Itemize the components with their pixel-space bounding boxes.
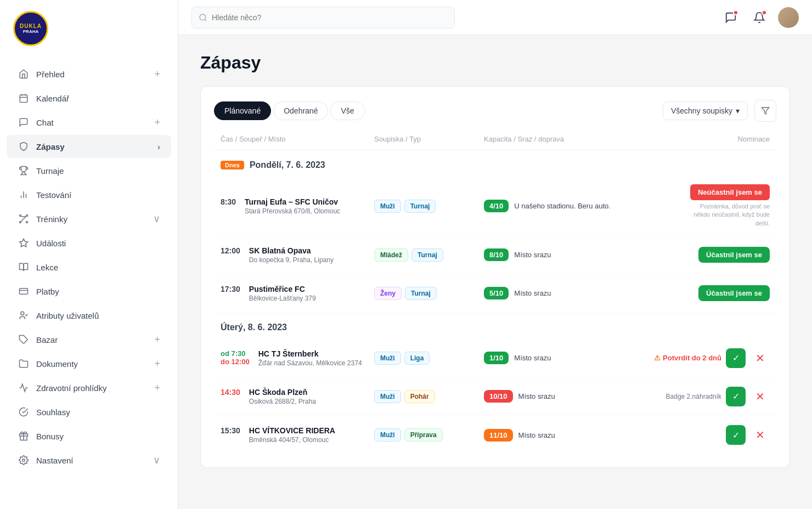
- filter-button[interactable]: [754, 100, 776, 122]
- table-row: 17:30 Pustiměřice FC Bělkovice-Lašťany 3…: [214, 274, 776, 313]
- sidebar-item-zapasy[interactable]: Zápasy ›: [7, 135, 171, 158]
- sidebar-item-label: Nastavení: [36, 456, 153, 465]
- tab-planovane[interactable]: Plánované: [214, 101, 271, 120]
- sidebar-item-testovani[interactable]: Testování: [7, 183, 171, 206]
- confirm-warning: ⚠ Potvrdit do 2 dnů: [654, 354, 721, 362]
- match-location: Osiková 2688/2, Praha: [249, 398, 316, 405]
- sidebar-item-label: Bonusy: [36, 432, 160, 441]
- sidebar-item-label: Zápasy: [36, 142, 157, 151]
- trophy-icon: [18, 165, 30, 177]
- ucasnil-button[interactable]: Účastnil jsem se: [698, 247, 770, 263]
- sidebar-item-label: Zdravotní prohlídky: [36, 383, 154, 393]
- add-icon[interactable]: +: [154, 117, 160, 128]
- sidebar-item-label: Bazar: [36, 335, 154, 344]
- nomination-col: Neúčastnil jsem se Poznámka, důvod proč …: [638, 184, 770, 228]
- confirm-no-button[interactable]: ✕: [750, 425, 770, 445]
- day-label-0: Pondělí, 7. 6. 2023: [250, 160, 325, 170]
- match-time-info: 8:30 Turnaj Eufa – SFC Uničov Stará Přer…: [221, 197, 374, 215]
- sidebar-item-label: Kalendář: [36, 94, 160, 103]
- sidebar-item-bazar[interactable]: Bazar +: [7, 328, 171, 351]
- table-row: 8:30 Turnaj Eufa – SFC Uničov Stará Přer…: [214, 177, 776, 236]
- tab-odehrane[interactable]: Odehrané: [273, 101, 328, 120]
- sidebar-item-turnaje[interactable]: Turnaje: [7, 159, 171, 182]
- meeting-place: U našeho stadionu. Beru auto.: [514, 202, 611, 210]
- match-name: HC TJ Šternberk: [258, 349, 362, 358]
- sidebar-item-souhlasy[interactable]: Souhlasy: [7, 400, 171, 423]
- sidebar-item-atributy[interactable]: Atributy uživatelů: [7, 304, 171, 327]
- sidebar-item-udalosti[interactable]: Události: [7, 231, 171, 255]
- dumbbell-icon: [18, 213, 30, 225]
- table-row: od 7:30 do 12:00 HC TJ Šternberk Žďár na…: [214, 339, 776, 377]
- sidebar-item-label: Chat: [36, 118, 154, 127]
- add-icon[interactable]: +: [154, 334, 160, 346]
- capacity-info: 10/10 Místo srazu: [484, 390, 638, 403]
- notifications-button[interactable]: [749, 8, 769, 27]
- sidebar-item-prehled[interactable]: Přehled +: [7, 63, 171, 86]
- badge-text: Badge 2.náhradník: [666, 393, 721, 400]
- add-icon[interactable]: +: [154, 358, 160, 370]
- logo-text-top: DUKLA: [20, 23, 42, 29]
- capacity-info: 8/10 Místo srazu: [484, 248, 638, 261]
- confirm-yes-button[interactable]: ✓: [726, 387, 746, 406]
- match-time-info: 14:30 HC Škoda Plzeň Osiková 2688/2, Pra…: [221, 388, 374, 405]
- day-header-0: Dnes Pondělí, 7. 6. 2023: [214, 150, 776, 177]
- sidebar-item-lekce[interactable]: Lekce: [7, 256, 171, 279]
- tab-vse[interactable]: Vše: [330, 101, 364, 120]
- add-icon[interactable]: +: [154, 69, 160, 80]
- match-tags: Muži Pohár: [374, 390, 484, 403]
- svg-marker-21: [762, 108, 769, 114]
- sidebar-item-bonusy[interactable]: Bonusy: [7, 425, 171, 448]
- sidebar-nav: Přehled + Kalendář Chat + Zápasy ›: [0, 57, 178, 509]
- sidebar-item-label: Souhlasy: [36, 408, 160, 417]
- tag-turnaj: Turnaj: [405, 287, 437, 300]
- match-tags: Ženy Turnaj: [374, 287, 484, 300]
- sidebar-item-chat[interactable]: Chat +: [7, 111, 171, 134]
- svg-point-7: [20, 215, 21, 217]
- sidebar-item-zdravotni[interactable]: Zdravotní prohlídky +: [7, 376, 171, 399]
- sidebar-item-dokumenty[interactable]: Dokumenty +: [7, 352, 171, 375]
- capacity-info: 4/10 U našeho stadionu. Beru auto.: [484, 200, 638, 212]
- svg-line-20: [205, 19, 206, 21]
- table-row: 12:00 SK Blatná Opava Do kopečka 9, Prah…: [214, 236, 776, 274]
- search-wrapper[interactable]: [191, 7, 455, 29]
- roster-dropdown[interactable]: Všechny soupisky ▾: [663, 101, 748, 120]
- confirm-no-button[interactable]: ✕: [750, 387, 770, 406]
- search-input[interactable]: [212, 13, 448, 22]
- sidebar-item-kalendar[interactable]: Kalendář: [7, 87, 171, 110]
- match-time-info: 12:00 SK Blatná Opava Do kopečka 9, Prah…: [221, 246, 374, 264]
- match-details: Turnaj Eufa – SFC Uničov Stará Přerovská…: [245, 197, 340, 215]
- match-name: HC VÍTKOVICE RIDERA: [249, 426, 335, 435]
- chevron-down-icon: ∨: [153, 213, 160, 225]
- match-tags: Mládež Turnaj: [374, 248, 484, 262]
- table-row: 14:30 HC Škoda Plzeň Osiková 2688/2, Pra…: [214, 377, 776, 416]
- sidebar-item-nastaveni[interactable]: Nastavení ∨: [7, 449, 171, 472]
- messages-button[interactable]: [721, 8, 741, 27]
- svg-rect-12: [20, 289, 28, 295]
- match-tags: Muži Turnaj: [374, 200, 484, 213]
- ucasnil-button[interactable]: Účastnil jsem se: [698, 285, 770, 301]
- capacity-badge: 11/10: [484, 429, 513, 442]
- tag-muzi: Muži: [374, 390, 401, 403]
- logo-text-bottom: PRAHA: [23, 29, 38, 34]
- sidebar-item-label: Tréninky: [36, 214, 153, 224]
- capacity-badge: 10/10: [484, 390, 513, 403]
- sidebar-item-label: Platby: [36, 287, 160, 296]
- match-details: HC TJ Šternberk Žďár nad Sázavou, Mělkov…: [258, 349, 362, 367]
- neucasnil-button[interactable]: Neúčastnil jsem se: [690, 184, 770, 200]
- sidebar-item-platby[interactable]: Platby: [7, 280, 171, 303]
- user-avatar[interactable]: [778, 7, 799, 28]
- logo[interactable]: DUKLA PRAHA: [0, 0, 178, 57]
- sidebar-item-treninky[interactable]: Tréninky ∨: [7, 207, 171, 230]
- dollar-icon: [18, 285, 30, 297]
- sidebar-item-label: Turnaje: [36, 166, 160, 176]
- confirm-yes-button[interactable]: ✓: [726, 425, 746, 445]
- add-icon[interactable]: +: [154, 382, 160, 394]
- match-details: HC Škoda Plzeň Osiková 2688/2, Praha: [249, 388, 316, 405]
- match-time-info: 15:30 HC VÍTKOVICE RIDERA Brněnská 404/5…: [221, 426, 374, 444]
- confirm-yes-button[interactable]: ✓: [726, 348, 746, 368]
- match-name: HC Škoda Plzeň: [249, 388, 316, 397]
- confirm-no-button[interactable]: ✕: [750, 348, 770, 368]
- day-label-1: Úterý, 8. 6. 2023: [221, 323, 287, 332]
- meeting-place: Místo srazu: [518, 392, 555, 400]
- sidebar-item-label: Přehled: [36, 70, 154, 79]
